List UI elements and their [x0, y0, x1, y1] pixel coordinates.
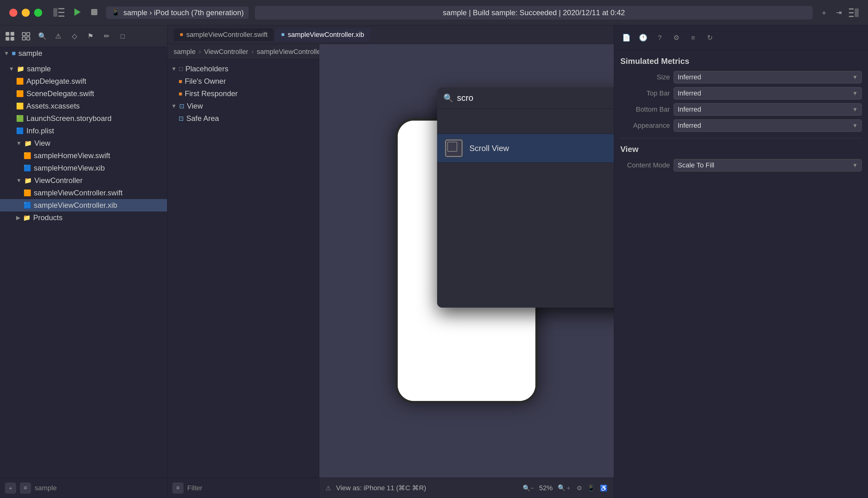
play-button[interactable] [71, 7, 82, 18]
rs-icon-help[interactable]: ? [653, 31, 667, 45]
panel-row-appearance: Appearance Inferred ▼ [620, 119, 862, 132]
build-status: sample | Build sample: Succeeded | 2020/… [255, 6, 813, 19]
outline-item-placeholders[interactable]: ▼ □ Placeholders [168, 63, 319, 75]
inspector-toggle-icon[interactable] [849, 8, 859, 18]
tab-swift[interactable]: ■ sampleViewController.swift [174, 28, 274, 41]
obj-library-search-input[interactable] [457, 93, 614, 103]
sidebar-item-products[interactable]: ▶ 📁 Products [0, 211, 167, 224]
chevron-icon: ▼ [171, 66, 177, 72]
svg-rect-0 [53, 8, 57, 17]
traffic-lights [9, 9, 42, 17]
outline-item-view[interactable]: ▼ ⊡ View [168, 100, 319, 112]
panel-row-bottombar: Bottom Bar Inferred ▼ [620, 103, 862, 116]
storyboard-icon: 🟩 [16, 115, 24, 122]
editor-canvas[interactable]: 🔍 ✕ [319, 44, 614, 477]
tab-xib[interactable]: ■ sampleViewController.xib [275, 28, 370, 41]
filter-label: sample [35, 484, 57, 492]
obj-list-item-scrollview[interactable]: Scroll View [437, 134, 614, 163]
rs-icon-clock[interactable]: 🕐 [636, 31, 650, 45]
sidebar-item-samplevc-swift[interactable]: 🟧 sampleViewController.swift [0, 187, 167, 199]
sidebar-item-launchscreen[interactable]: 🟩 LaunchScreen.storyboard [0, 112, 167, 124]
filter-toggle-btn[interactable]: ≡ [172, 483, 184, 494]
status-warning-icon[interactable]: ⚠ [325, 484, 331, 492]
toolbar-icon-flag[interactable]: ⚑ [84, 29, 97, 43]
split-editor-icon[interactable]: ⇥ [834, 8, 844, 18]
obj-library-search-bar: 🔍 ✕ [437, 88, 614, 109]
toolbar-icon-search[interactable]: 🔍 [35, 29, 49, 43]
xib-file-icon: 🟦 [24, 164, 31, 172]
maximize-button[interactable] [34, 9, 42, 17]
chevron-icon: ▼ [9, 66, 14, 72]
xib-file-icon: 🟦 [24, 201, 31, 209]
sidebar-item-samplehomeview-xib[interactable]: 🟦 sampleHomeView.xib [0, 162, 167, 174]
add-file-button[interactable]: ＋ [5, 483, 16, 494]
panel-label-appearance: Appearance [620, 121, 670, 130]
svg-rect-8 [849, 12, 854, 13]
zoom-in-icon[interactable]: 🔍＋ [558, 484, 572, 492]
sidebar-item-view-folder[interactable]: ▼ 📁 View [0, 137, 167, 149]
panel-select-size[interactable]: Inferred ▼ [673, 71, 862, 83]
stop-button[interactable] [89, 7, 100, 18]
breadcrumb-sample[interactable]: sample [174, 48, 196, 56]
file-tree: ▼ 📁 sample 🟧 AppDelegate.swift 🟧 SceneDe… [0, 60, 167, 477]
panel-select-topbar[interactable]: Inferred ▼ [673, 87, 862, 100]
sidebar-item-sample-folder[interactable]: ▼ 📁 sample [0, 63, 167, 75]
outline-item-filesowner[interactable]: ■ File's Owner [168, 75, 319, 88]
right-sidebar-toolbar: 📄 🕐 ? ⚙ ≡ ↻ [614, 25, 868, 50]
panel-label-bottombar: Bottom Bar [620, 105, 670, 114]
svg-rect-7 [849, 8, 854, 10]
xib-outline: sample › ViewController › sampleViewCont… [168, 44, 319, 498]
toolbar-icon-diamond[interactable]: ◇ [68, 29, 81, 43]
rs-icon-refresh[interactable]: ↻ [703, 31, 717, 45]
close-button[interactable] [9, 9, 17, 17]
panel-label-size: Size [620, 73, 670, 81]
toolbar-icon-square[interactable]: □ [116, 29, 130, 43]
panel-select-contentmode[interactable]: Scale To Fill ▼ [673, 159, 862, 171]
sidebar-toggle-button[interactable] [53, 8, 65, 17]
sidebar-item-infoplist[interactable]: 🟦 Info.plist [0, 124, 167, 137]
sidebar-item-appdelegate[interactable]: 🟧 AppDelegate.swift [0, 75, 167, 88]
toolbar-icon-warn[interactable]: ⚠ [52, 29, 65, 43]
rs-icon-file[interactable]: 📄 [619, 31, 633, 45]
toolbar-icon-grid[interactable] [3, 29, 17, 43]
breadcrumb: sample › ViewController › sampleViewCont… [168, 44, 319, 60]
canvas-area: 🔍 ✕ [319, 44, 614, 498]
swift-file-icon: 🟧 [24, 189, 31, 197]
add-tab-icon[interactable]: ＋ [819, 8, 829, 18]
chevron-down-icon: ▼ [852, 122, 858, 129]
sidebar-item-viewcontroller-folder[interactable]: ▼ 📁 ViewController [0, 174, 167, 187]
panel-row-topbar: Top Bar Inferred ▼ [620, 87, 862, 100]
adjust-icon[interactable]: ⚙ [577, 484, 582, 492]
project-root-item[interactable]: ▼ ■ sample [0, 47, 167, 60]
toolbar-icon-inspector[interactable] [19, 29, 33, 43]
rs-icon-list[interactable]: ≡ [686, 31, 700, 45]
svg-rect-16 [22, 37, 25, 40]
panel-select-bottombar[interactable]: Inferred ▼ [673, 103, 862, 116]
title-bar-actions: ＋ ⇥ [819, 8, 859, 18]
scheme-selector[interactable]: 📱 sample › iPod touch (7th generation) [106, 6, 249, 19]
accessibility-icon[interactable]: ♿ [600, 484, 607, 492]
sidebar-item-samplevc-xib[interactable]: 🟦 sampleViewController.xib [0, 199, 167, 211]
sidebar-item-samplehomeview-swift[interactable]: 🟧 sampleHomeView.swift [0, 149, 167, 162]
panel-select-appearance[interactable]: Inferred ▼ [673, 119, 862, 132]
svg-rect-10 [5, 32, 9, 36]
folder-icon: 📁 [24, 140, 32, 147]
sidebar-item-assets[interactable]: 🟨 Assets.xcassets [0, 100, 167, 112]
left-sidebar: 🔍 ⚠ ◇ ⚑ ✏ □ ▼ ■ sample ▼ 📁 sample 🟧 AppD… [0, 25, 168, 498]
svg-rect-1 [58, 8, 65, 9]
folder-icon: 📁 [24, 177, 32, 184]
sidebar-item-label: Assets.xcassets [26, 102, 80, 110]
device-orient-icon[interactable]: 📱 [587, 484, 595, 492]
zoom-out-icon[interactable]: 🔍− [523, 484, 534, 492]
rs-icon-settings[interactable]: ⚙ [669, 31, 683, 45]
filter-toggle-button[interactable]: ≡ [20, 483, 31, 494]
toolbar-icon-pencil[interactable]: ✏ [100, 29, 113, 43]
xib-icon: ■ [281, 31, 284, 38]
outline-item-firstresponder[interactable]: ■ First Responder [168, 88, 319, 100]
outline-label: File's Owner [185, 77, 226, 86]
outline-item-safearea[interactable]: ⊡ Safe Area [168, 112, 319, 124]
sidebar-item-scenedelegate[interactable]: 🟧 SceneDelegate.swift [0, 88, 167, 100]
minimize-button[interactable] [22, 9, 30, 17]
view-section-title: View [620, 144, 862, 154]
breadcrumb-viewcontroller[interactable]: ViewController [204, 48, 248, 56]
